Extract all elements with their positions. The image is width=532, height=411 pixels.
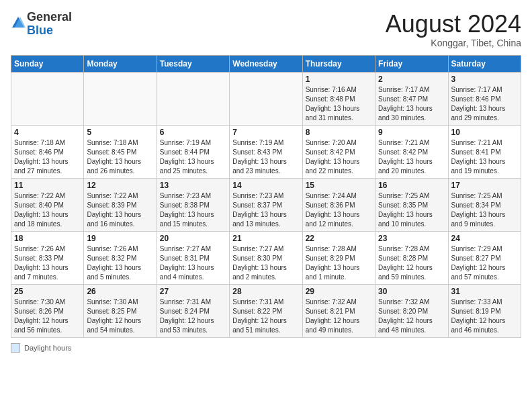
logo: General Blue [11,11,72,38]
day-detail: Sunrise: 7:27 AM Sunset: 8:30 PM Dayligh… [232,244,299,282]
day-number: 14 [232,181,299,190]
calendar-week-row: 18Sunrise: 7:26 AM Sunset: 8:33 PM Dayli… [11,231,521,284]
day-detail: Sunrise: 7:31 AM Sunset: 8:24 PM Dayligh… [160,298,226,335]
calendar-cell: 13Sunrise: 7:23 AM Sunset: 8:38 PM Dayli… [157,178,229,231]
calendar-cell: 25Sunrise: 7:30 AM Sunset: 8:26 PM Dayli… [11,284,84,337]
legend-box [11,343,20,353]
day-detail: Sunrise: 7:28 AM Sunset: 8:29 PM Dayligh… [306,244,372,282]
day-detail: Sunrise: 7:20 AM Sunset: 8:42 PM Dayligh… [306,138,372,176]
day-number: 26 [87,287,153,296]
calendar-cell: 30Sunrise: 7:32 AM Sunset: 8:20 PM Dayli… [375,284,448,337]
day-number: 27 [160,287,226,296]
day-detail: Sunrise: 7:30 AM Sunset: 8:25 PM Dayligh… [87,298,153,335]
day-detail: Sunrise: 7:23 AM Sunset: 8:38 PM Dayligh… [160,191,226,229]
day-detail: Sunrise: 7:28 AM Sunset: 8:28 PM Dayligh… [378,244,445,282]
calendar-week-row: 1Sunrise: 7:16 AM Sunset: 8:48 PM Daylig… [11,72,521,125]
day-detail: Sunrise: 7:18 AM Sunset: 8:46 PM Dayligh… [14,138,81,176]
day-number: 15 [306,181,372,190]
day-number: 4 [14,128,81,137]
day-detail: Sunrise: 7:22 AM Sunset: 8:39 PM Dayligh… [87,191,153,229]
day-detail: Sunrise: 7:27 AM Sunset: 8:31 PM Dayligh… [160,244,226,282]
logo-text: General Blue [27,11,72,38]
title-block: August 2024 Konggar, Tibet, China [386,11,521,48]
day-detail: Sunrise: 7:32 AM Sunset: 8:20 PM Dayligh… [378,298,445,335]
page-header: General Blue August 2024 Konggar, Tibet,… [11,11,521,48]
calendar-cell [157,72,229,125]
day-number: 9 [378,128,445,137]
day-number: 19 [87,234,153,243]
day-detail: Sunrise: 7:22 AM Sunset: 8:40 PM Dayligh… [14,191,81,229]
day-number: 20 [160,234,226,243]
calendar-cell: 27Sunrise: 7:31 AM Sunset: 8:24 PM Dayli… [157,284,229,337]
location: Konggar, Tibet, China [386,38,521,48]
calendar-cell: 20Sunrise: 7:27 AM Sunset: 8:31 PM Dayli… [157,231,229,284]
day-detail: Sunrise: 7:29 AM Sunset: 8:27 PM Dayligh… [451,244,518,282]
day-number: 6 [160,128,226,137]
calendar-cell: 4Sunrise: 7:18 AM Sunset: 8:46 PM Daylig… [11,125,84,178]
calendar-cell: 8Sunrise: 7:20 AM Sunset: 8:42 PM Daylig… [302,125,375,178]
day-detail: Sunrise: 7:17 AM Sunset: 8:47 PM Dayligh… [378,85,445,123]
calendar-cell: 3Sunrise: 7:17 AM Sunset: 8:46 PM Daylig… [448,72,521,125]
day-detail: Sunrise: 7:26 AM Sunset: 8:33 PM Dayligh… [14,244,81,282]
weekday-header: Wednesday [230,55,302,72]
day-detail: Sunrise: 7:18 AM Sunset: 8:45 PM Dayligh… [87,138,153,176]
day-number: 28 [232,287,299,296]
day-number: 3 [451,75,518,84]
calendar-cell: 6Sunrise: 7:19 AM Sunset: 8:44 PM Daylig… [157,125,229,178]
day-number: 29 [306,287,372,296]
calendar-cell [84,72,157,125]
calendar-week-row: 4Sunrise: 7:18 AM Sunset: 8:46 PM Daylig… [11,125,521,178]
day-detail: Sunrise: 7:17 AM Sunset: 8:46 PM Dayligh… [451,85,518,123]
day-detail: Sunrise: 7:33 AM Sunset: 8:19 PM Dayligh… [451,298,518,335]
weekday-header: Thursday [302,55,375,72]
calendar-cell: 24Sunrise: 7:29 AM Sunset: 8:27 PM Dayli… [448,231,521,284]
calendar-header-row: SundayMondayTuesdayWednesdayThursdayFrid… [11,55,521,72]
day-number: 1 [306,75,372,84]
calendar-cell: 28Sunrise: 7:31 AM Sunset: 8:22 PM Dayli… [230,284,302,337]
day-number: 25 [14,287,81,296]
month-year: August 2024 [386,11,521,38]
day-number: 22 [306,234,372,243]
weekday-header: Saturday [448,55,521,72]
day-number: 21 [232,234,299,243]
calendar-cell: 12Sunrise: 7:22 AM Sunset: 8:39 PM Dayli… [84,178,157,231]
calendar-cell: 14Sunrise: 7:23 AM Sunset: 8:37 PM Dayli… [230,178,302,231]
day-number: 31 [451,287,518,296]
day-number: 16 [378,181,445,190]
calendar-cell: 1Sunrise: 7:16 AM Sunset: 8:48 PM Daylig… [302,72,375,125]
day-detail: Sunrise: 7:23 AM Sunset: 8:37 PM Dayligh… [232,191,299,229]
day-number: 7 [232,128,299,137]
day-detail: Sunrise: 7:30 AM Sunset: 8:26 PM Dayligh… [14,298,81,335]
day-number: 18 [14,234,81,243]
day-detail: Sunrise: 7:25 AM Sunset: 8:35 PM Dayligh… [378,191,445,229]
calendar-cell: 10Sunrise: 7:21 AM Sunset: 8:41 PM Dayli… [448,125,521,178]
logo-general: General [27,10,72,24]
calendar-week-row: 25Sunrise: 7:30 AM Sunset: 8:26 PM Dayli… [11,284,521,337]
calendar-cell: 5Sunrise: 7:18 AM Sunset: 8:45 PM Daylig… [84,125,157,178]
day-number: 11 [14,181,81,190]
calendar-cell: 7Sunrise: 7:19 AM Sunset: 8:43 PM Daylig… [230,125,302,178]
calendar-cell: 18Sunrise: 7:26 AM Sunset: 8:33 PM Dayli… [11,231,84,284]
day-number: 2 [378,75,445,84]
calendar-cell: 9Sunrise: 7:21 AM Sunset: 8:42 PM Daylig… [375,125,448,178]
calendar-cell [11,72,84,125]
calendar-cell: 11Sunrise: 7:22 AM Sunset: 8:40 PM Dayli… [11,178,84,231]
weekday-header: Tuesday [157,55,229,72]
calendar-cell: 16Sunrise: 7:25 AM Sunset: 8:35 PM Dayli… [375,178,448,231]
day-detail: Sunrise: 7:24 AM Sunset: 8:36 PM Dayligh… [306,191,372,229]
legend: Daylight hours [11,343,521,353]
day-detail: Sunrise: 7:26 AM Sunset: 8:32 PM Dayligh… [87,244,153,282]
weekday-header: Monday [84,55,157,72]
day-number: 5 [87,128,153,137]
calendar-cell: 15Sunrise: 7:24 AM Sunset: 8:36 PM Dayli… [302,178,375,231]
day-detail: Sunrise: 7:16 AM Sunset: 8:48 PM Dayligh… [306,85,372,123]
day-number: 17 [451,181,518,190]
calendar-week-row: 11Sunrise: 7:22 AM Sunset: 8:40 PM Dayli… [11,178,521,231]
logo-blue: Blue [27,24,53,37]
calendar-cell: 19Sunrise: 7:26 AM Sunset: 8:32 PM Dayli… [84,231,157,284]
calendar-cell: 23Sunrise: 7:28 AM Sunset: 8:28 PM Dayli… [375,231,448,284]
calendar-cell: 2Sunrise: 7:17 AM Sunset: 8:47 PM Daylig… [375,72,448,125]
calendar-cell: 22Sunrise: 7:28 AM Sunset: 8:29 PM Dayli… [302,231,375,284]
day-number: 12 [87,181,153,190]
day-detail: Sunrise: 7:21 AM Sunset: 8:41 PM Dayligh… [451,138,518,176]
